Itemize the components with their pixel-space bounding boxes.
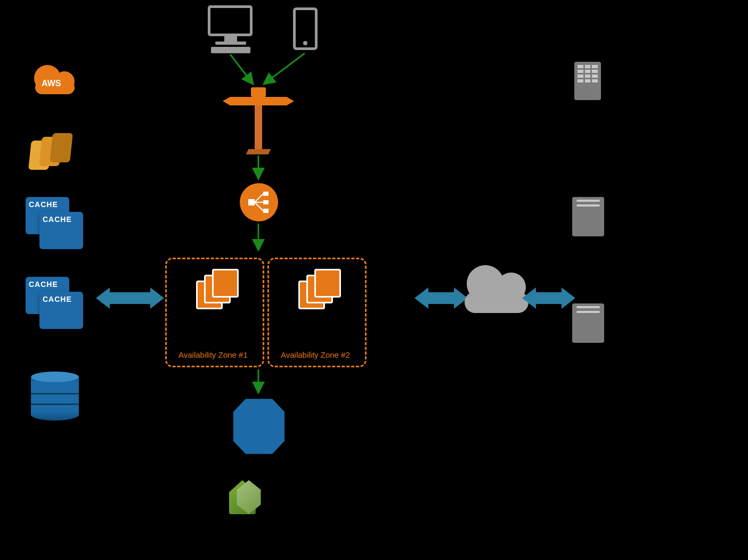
arrow-mobile-to-route53 xyxy=(264,53,305,84)
bi-arrow-left xyxy=(96,287,164,309)
onprem-server-icon-2 xyxy=(572,303,604,343)
ec2-instances-icon xyxy=(298,269,336,306)
elb-icon xyxy=(240,183,278,221)
office-building-icon xyxy=(574,62,601,100)
route53-icon xyxy=(245,87,272,151)
bi-arrow-cloud-to-onprem xyxy=(522,287,575,309)
simpledb-icon xyxy=(232,397,286,456)
az2-label: Availability Zone #2 xyxy=(281,350,350,359)
availability-zone-1: Availability Zone #1 xyxy=(165,258,264,367)
aws-cloud-text: AWS xyxy=(42,79,61,88)
onprem-server-icon-1 xyxy=(572,197,604,236)
diagram-canvas: AWS CACHE CACHE CACHE CACHE xyxy=(0,0,748,560)
az1-label: Availability Zone #1 xyxy=(178,350,248,359)
availability-zone-2: Availability Zone #2 xyxy=(267,258,367,367)
arrow-desktop-to-route53 xyxy=(230,54,253,84)
ec2-instances-icon xyxy=(196,269,233,306)
flow-arrows xyxy=(0,0,748,560)
svg-rect-0 xyxy=(248,199,255,205)
svg-rect-3 xyxy=(263,209,269,213)
svg-rect-1 xyxy=(263,192,269,196)
svg-rect-2 xyxy=(263,200,269,204)
